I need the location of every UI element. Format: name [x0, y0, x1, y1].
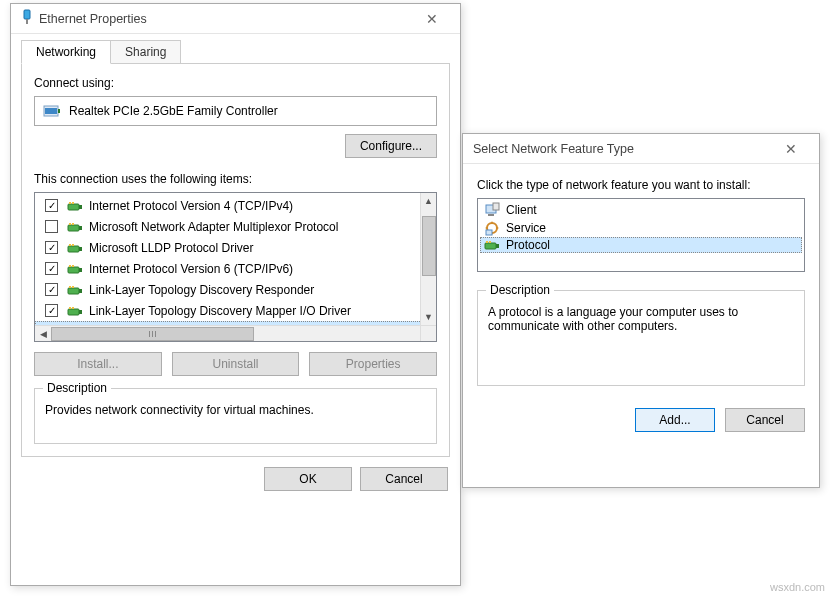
- add-button[interactable]: Add...: [635, 408, 715, 432]
- svg-rect-5: [68, 204, 79, 210]
- svg-rect-3: [45, 108, 57, 114]
- item-label: Internet Protocol Version 4 (TCP/IPv4): [89, 199, 293, 213]
- client-icon: [484, 202, 500, 218]
- tab-strip: Networking Sharing: [11, 34, 460, 64]
- scroll-left-icon[interactable]: ◀: [35, 326, 51, 341]
- list-item[interactable]: Internet Protocol Version 6 (TCP/IPv6): [35, 258, 436, 279]
- close-icon[interactable]: ✕: [412, 11, 452, 27]
- svg-rect-21: [68, 288, 79, 294]
- dialog-buttons: Add... Cancel: [463, 394, 819, 446]
- svg-rect-10: [79, 226, 82, 230]
- svg-rect-14: [79, 247, 82, 251]
- item-label: Link-Layer Topology Discovery Responder: [89, 283, 314, 297]
- titlebar: Ethernet Properties ✕: [11, 4, 460, 34]
- feature-item-service[interactable]: Service: [480, 219, 802, 237]
- svg-rect-27: [69, 307, 71, 309]
- window-title: Select Network Feature Type: [471, 142, 771, 156]
- svg-rect-26: [79, 310, 82, 314]
- svg-rect-28: [72, 307, 74, 309]
- close-icon[interactable]: ✕: [771, 141, 811, 157]
- vertical-scrollbar[interactable]: ▲ ▼: [420, 193, 436, 325]
- connect-using-label: Connect using:: [34, 76, 437, 90]
- description-text: A protocol is a language your computer u…: [488, 305, 794, 335]
- tab-networking[interactable]: Networking: [21, 40, 111, 64]
- list-item[interactable]: Internet Protocol Version 4 (TCP/IPv4): [35, 195, 436, 216]
- watermark: wsxdn.com: [770, 581, 825, 593]
- ethernet-properties-window: Ethernet Properties ✕ Networking Sharing…: [10, 3, 461, 586]
- adapter-name: Realtek PCIe 2.5GbE Family Controller: [69, 104, 278, 118]
- component-icon: [67, 199, 83, 213]
- scroll-up-icon[interactable]: ▲: [421, 193, 436, 209]
- svg-rect-38: [485, 243, 496, 249]
- connection-items-list[interactable]: Internet Protocol Version 4 (TCP/IPv4)Mi…: [34, 192, 437, 342]
- titlebar: Select Network Feature Type ✕: [463, 134, 819, 164]
- item-checkbox[interactable]: [45, 241, 58, 254]
- svg-rect-41: [489, 241, 491, 243]
- feature-type-list[interactable]: ClientServiceProtocol: [477, 198, 805, 272]
- item-label: Microsoft Network Adapter Multiplexor Pr…: [89, 220, 338, 234]
- items-label: This connection uses the following items…: [34, 172, 437, 186]
- dialog-buttons: OK Cancel: [11, 457, 460, 501]
- tab-sharing[interactable]: Sharing: [110, 40, 181, 64]
- configure-button[interactable]: Configure...: [345, 134, 437, 158]
- svg-rect-11: [69, 223, 71, 225]
- svg-rect-4: [58, 109, 60, 113]
- list-item[interactable]: Link-Layer Topology Discovery Responder: [35, 279, 436, 300]
- ethernet-icon: [19, 9, 35, 28]
- svg-rect-17: [68, 267, 79, 273]
- list-item[interactable]: Microsoft Network Adapter Multiplexor Pr…: [35, 216, 436, 237]
- svg-rect-15: [69, 244, 71, 246]
- svg-rect-19: [69, 265, 71, 267]
- service-icon: [484, 220, 500, 236]
- feature-label: Client: [506, 203, 537, 217]
- svg-rect-40: [486, 241, 488, 243]
- h-scrollbar-thumb[interactable]: [51, 327, 254, 341]
- feature-label: Service: [506, 221, 546, 235]
- svg-rect-25: [68, 309, 79, 315]
- item-label: Internet Protocol Version 6 (TCP/IPv6): [89, 262, 293, 276]
- list-item[interactable]: Link-Layer Topology Discovery Mapper I/O…: [35, 300, 436, 321]
- svg-rect-34: [488, 214, 494, 216]
- svg-rect-24: [72, 286, 74, 288]
- component-icon: [67, 241, 83, 255]
- item-checkbox[interactable]: [45, 220, 58, 233]
- adapter-field: Realtek PCIe 2.5GbE Family Controller: [34, 96, 437, 126]
- protocol-icon: [484, 238, 500, 252]
- svg-rect-35: [493, 203, 499, 210]
- feature-label: Protocol: [506, 238, 550, 252]
- svg-rect-8: [72, 202, 74, 204]
- svg-rect-13: [68, 246, 79, 252]
- item-checkbox[interactable]: [45, 304, 58, 317]
- svg-rect-18: [79, 268, 82, 272]
- svg-rect-7: [69, 202, 71, 204]
- component-icon: [67, 283, 83, 297]
- select-feature-window: Select Network Feature Type ✕ Click the …: [462, 133, 820, 488]
- feature-item-client[interactable]: Client: [480, 201, 802, 219]
- cancel-button[interactable]: Cancel: [360, 467, 448, 491]
- instruction-text: Click the type of network feature you wa…: [477, 178, 805, 192]
- window-title: Ethernet Properties: [35, 12, 412, 26]
- description-groupbox: Description A protocol is a language you…: [477, 290, 805, 386]
- horizontal-scrollbar[interactable]: ◀ ▶: [35, 325, 436, 341]
- item-checkbox[interactable]: [45, 199, 58, 212]
- item-checkbox[interactable]: [45, 262, 58, 275]
- component-icon: [67, 220, 83, 234]
- scroll-down-icon[interactable]: ▼: [421, 309, 436, 325]
- scrollbar-thumb[interactable]: [422, 216, 436, 276]
- description-text: Provides network connectivity for virtua…: [45, 403, 426, 433]
- list-item[interactable]: Microsoft LLDP Protocol Driver: [35, 237, 436, 258]
- install-button[interactable]: Install...: [34, 352, 162, 376]
- svg-rect-0: [24, 10, 30, 19]
- tab-panel-networking: Connect using: Realtek PCIe 2.5GbE Famil…: [21, 63, 450, 457]
- description-legend: Description: [43, 381, 111, 395]
- item-checkbox[interactable]: [45, 283, 58, 296]
- scrollbar-corner: [420, 325, 436, 341]
- component-icon: [67, 304, 83, 318]
- properties-button[interactable]: Properties: [309, 352, 437, 376]
- feature-item-protocol[interactable]: Protocol: [480, 237, 802, 253]
- cancel-button[interactable]: Cancel: [725, 408, 805, 432]
- svg-rect-22: [79, 289, 82, 293]
- ok-button[interactable]: OK: [264, 467, 352, 491]
- svg-rect-37: [486, 230, 492, 235]
- uninstall-button[interactable]: Uninstall: [172, 352, 300, 376]
